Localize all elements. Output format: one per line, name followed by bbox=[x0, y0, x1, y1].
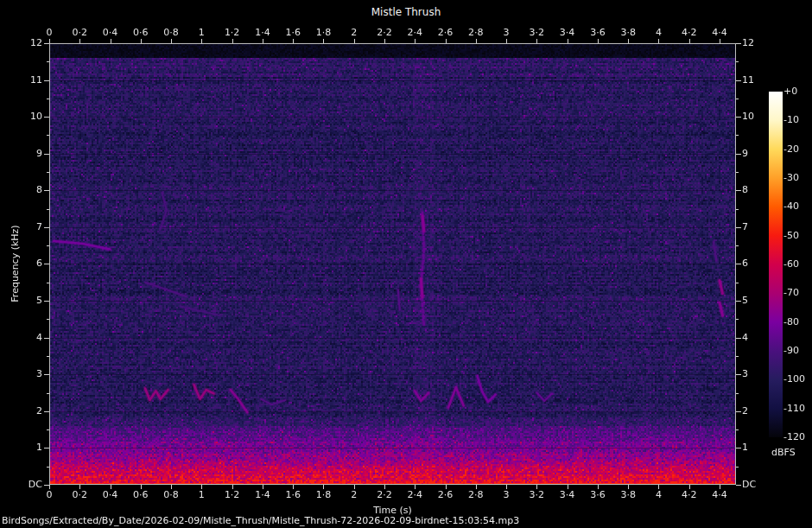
top-time-tick-label: 0 bbox=[47, 28, 53, 38]
bottom-time-tick bbox=[232, 485, 233, 489]
bottom-time-tick bbox=[323, 485, 324, 489]
bottom-time-tick-label: 4·2 bbox=[682, 490, 697, 500]
top-time-tick-label: 0·4 bbox=[103, 28, 118, 38]
top-time-tick-label: 2·4 bbox=[408, 28, 423, 38]
left-freq-tick-label: 2 bbox=[0, 406, 42, 417]
top-time-tick-label: 4·2 bbox=[682, 28, 697, 38]
bottom-time-tick-label: 2·2 bbox=[377, 490, 392, 500]
top-time-tick-label: 1·6 bbox=[285, 28, 301, 38]
colorbar-tick-label: -20 bbox=[783, 144, 799, 155]
bottom-time-tick bbox=[111, 485, 111, 489]
right-freq-minor-tick bbox=[736, 135, 739, 136]
bottom-time-tick bbox=[506, 485, 507, 489]
top-time-tick-label: 0·2 bbox=[73, 28, 88, 38]
bottom-time-tick bbox=[446, 485, 447, 489]
right-freq-minor-tick bbox=[736, 467, 739, 468]
bottom-time-tick bbox=[384, 485, 385, 489]
bottom-time-tick bbox=[536, 485, 537, 489]
right-freq-minor-tick bbox=[736, 319, 739, 320]
bottom-time-tick bbox=[263, 485, 263, 489]
bottom-time-tick-label: 3·2 bbox=[530, 490, 545, 500]
right-freq-tick-label: 3 bbox=[742, 369, 748, 379]
right-freq-minor-tick bbox=[736, 356, 739, 357]
right-freq-minor-tick bbox=[736, 172, 739, 173]
right-freq-minor-tick bbox=[736, 429, 739, 430]
bottom-time-tick-label: 1·8 bbox=[316, 490, 332, 500]
bottom-time-tick-label: 2·6 bbox=[438, 490, 454, 500]
bottom-time-tick-label: 3·6 bbox=[590, 490, 606, 500]
colorbar-tick-label: +0 bbox=[783, 86, 797, 97]
right-freq-tick-label: 4 bbox=[742, 333, 748, 343]
right-freq-tick-label: 11 bbox=[742, 75, 754, 86]
top-time-tick-label: 1·8 bbox=[316, 28, 332, 38]
bottom-time-tick-label: 0·6 bbox=[133, 490, 149, 500]
right-freq-tick bbox=[736, 43, 741, 44]
right-freq-tick bbox=[736, 190, 741, 191]
colorbar-tick-label: -110 bbox=[783, 404, 805, 414]
right-freq-tick bbox=[736, 338, 741, 339]
bottom-time-tick bbox=[293, 485, 294, 489]
top-time-tick-label: 4 bbox=[656, 28, 662, 38]
left-freq-tick-label: 3 bbox=[0, 369, 42, 379]
top-time-tick-label: 1·2 bbox=[225, 28, 240, 38]
bottom-time-tick-label: 1·2 bbox=[225, 490, 240, 500]
left-freq-tick-label: DC bbox=[0, 480, 42, 490]
colorbar bbox=[769, 92, 783, 437]
left-freq-tick-label: 4 bbox=[0, 333, 42, 343]
bottom-time-tick-label: 4 bbox=[656, 490, 662, 500]
top-time-tick-label: 0·8 bbox=[163, 28, 179, 38]
top-time-tick-label: 3·6 bbox=[590, 28, 606, 38]
bottom-time-tick bbox=[141, 485, 142, 489]
left-freq-tick-label: 1 bbox=[0, 442, 42, 453]
right-freq-minor-tick bbox=[736, 99, 739, 99]
top-time-tick-label: 2·2 bbox=[377, 28, 392, 38]
bottom-time-tick bbox=[598, 485, 599, 489]
bottom-time-tick bbox=[658, 485, 659, 489]
top-time-tick-label: 3·2 bbox=[530, 28, 545, 38]
bottom-time-tick-label: 2·8 bbox=[468, 490, 484, 500]
top-time-tick-label: 1 bbox=[199, 28, 205, 38]
right-freq-tick-label: 10 bbox=[742, 111, 754, 122]
bottom-time-tick-label: 0·4 bbox=[103, 490, 118, 500]
bottom-time-tick bbox=[689, 485, 690, 489]
top-time-tick-label: 0·6 bbox=[133, 28, 149, 38]
top-time-tick-label: 2·8 bbox=[468, 28, 484, 38]
bottom-time-tick-label: 0 bbox=[47, 490, 53, 500]
bottom-time-tick bbox=[171, 485, 172, 489]
right-freq-tick-label: 8 bbox=[742, 185, 748, 195]
left-freq-tick-label: 11 bbox=[0, 75, 42, 86]
right-freq-tick-label: 5 bbox=[742, 296, 748, 306]
right-freq-tick bbox=[736, 301, 741, 302]
bottom-time-tick bbox=[354, 485, 355, 489]
colorbar-tick-label: -40 bbox=[783, 201, 799, 212]
bottom-time-tick-label: 3·8 bbox=[620, 490, 636, 500]
right-freq-tick-label: 1 bbox=[742, 442, 748, 453]
bottom-time-tick bbox=[628, 485, 629, 489]
right-freq-minor-tick bbox=[736, 245, 739, 246]
right-freq-tick bbox=[736, 374, 741, 375]
bottom-time-tick-label: 0·2 bbox=[73, 490, 88, 500]
bottom-time-tick-label: 3 bbox=[504, 490, 510, 500]
top-time-tick-label: 2·6 bbox=[438, 28, 454, 38]
colorbar-tick-label: -90 bbox=[783, 346, 799, 356]
right-freq-tick-label: 7 bbox=[742, 222, 748, 232]
top-time-tick-label: 2 bbox=[351, 28, 357, 38]
right-freq-minor-tick bbox=[736, 61, 739, 62]
spectrogram-window: Mistle Thrush 00·20·40·60·811·21·41·61·8… bbox=[0, 0, 812, 528]
colorbar-tick-label: -100 bbox=[783, 374, 805, 385]
bottom-time-tick bbox=[476, 485, 477, 489]
top-time-tick-label: 4·4 bbox=[712, 28, 727, 38]
colorbar-tick-label: -80 bbox=[783, 317, 799, 328]
top-time-tick-label: 3·8 bbox=[620, 28, 636, 38]
bottom-time-tick bbox=[415, 485, 416, 489]
y-axis-title: Frequency (kHz) bbox=[10, 225, 21, 302]
bottom-time-tick bbox=[568, 485, 568, 489]
chart-title: Mistle Thrush bbox=[0, 6, 812, 18]
bottom-time-tick bbox=[49, 485, 50, 489]
right-freq-minor-tick bbox=[736, 209, 739, 210]
bottom-time-tick-label: 4·4 bbox=[712, 490, 727, 500]
left-freq-tick-label: 10 bbox=[0, 111, 42, 122]
right-freq-tick bbox=[736, 117, 741, 118]
file-path: BirdSongs/Extracted/By_Date/2026-02-09/M… bbox=[2, 515, 519, 526]
right-freq-tick bbox=[736, 80, 741, 81]
